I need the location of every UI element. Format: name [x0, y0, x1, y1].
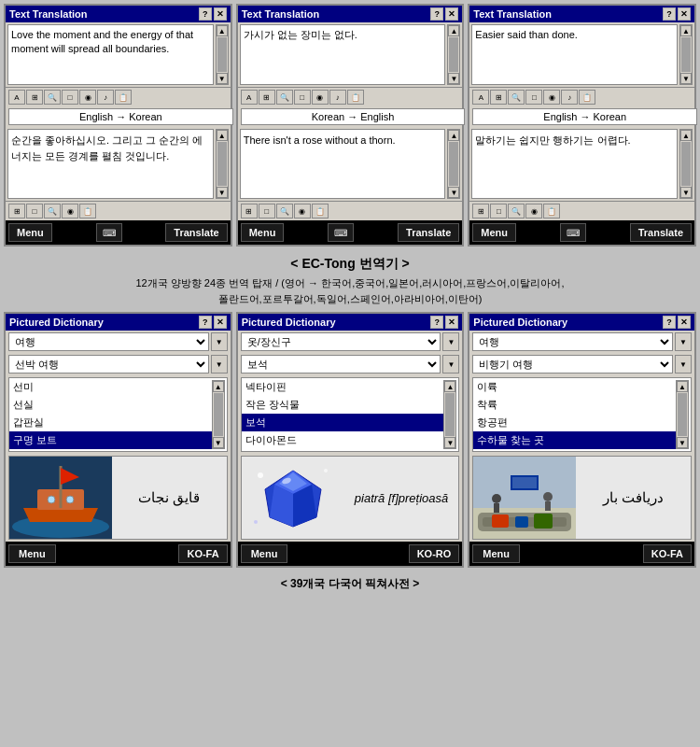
dict-scroll-down-2[interactable]: ▼: [444, 437, 455, 448]
icon-e-2[interactable]: ◉: [312, 90, 329, 105]
icon-f-1[interactable]: ♪: [97, 90, 114, 105]
bottom-icon-e-2[interactable]: 📋: [312, 204, 329, 218]
icon-d-1[interactable]: □: [62, 90, 78, 105]
icon-a-2[interactable]: A: [241, 90, 258, 105]
close-icon-2[interactable]: ✕: [445, 7, 458, 21]
menu-button-2[interactable]: Menu: [241, 223, 285, 242]
bottom-icon-b-2[interactable]: □: [259, 204, 275, 218]
dict-cat1-arrow-3[interactable]: ▼: [675, 332, 692, 351]
icon-d-3[interactable]: □: [525, 90, 542, 105]
bottom-icon-b-1[interactable]: □: [26, 204, 43, 218]
dict-cat2-arrow-3[interactable]: ▼: [675, 355, 692, 374]
icon-e-3[interactable]: ◉: [543, 90, 560, 105]
icon-a-3[interactable]: A: [472, 90, 489, 105]
bottom-icon-a-1[interactable]: ⊞: [8, 204, 25, 218]
list-item[interactable]: 갑판실: [9, 414, 212, 431]
scroll-up-3[interactable]: ▲: [680, 25, 692, 36]
icon-e-1[interactable]: ◉: [79, 90, 96, 105]
text-input-2[interactable]: 가시가 없는 장미는 없다.: [240, 24, 446, 85]
dict-scroll-down-1[interactable]: ▼: [213, 437, 224, 448]
dict-scroll-thumb-1[interactable]: [214, 393, 223, 436]
bottom-icon-c-3[interactable]: 🔍: [508, 204, 525, 218]
list-item[interactable]: 선실: [9, 396, 212, 414]
dict-menu-button-2[interactable]: Menu: [241, 544, 288, 563]
bottom-icon-a-2[interactable]: ⊞: [241, 204, 258, 218]
icon-c-2[interactable]: 🔍: [276, 90, 293, 105]
keyboard-button-2[interactable]: ⌨: [328, 223, 354, 242]
dict-category1-1[interactable]: 여행: [8, 332, 209, 351]
icon-g-2[interactable]: 📋: [347, 90, 364, 105]
dict-close-icon-2[interactable]: ✕: [445, 316, 458, 329]
bottom-icon-d-2[interactable]: ◉: [294, 204, 311, 218]
help-icon-1[interactable]: ?: [199, 7, 212, 21]
dict-scroll-up-1[interactable]: ▲: [213, 381, 224, 392]
icon-d-2[interactable]: □: [294, 90, 311, 105]
icon-c-3[interactable]: 🔍: [508, 90, 525, 105]
dict-cat2-arrow-1[interactable]: ▼: [211, 355, 228, 374]
dict-scroll-thumb-3[interactable]: [678, 393, 687, 436]
list-item[interactable]: 항공편: [473, 414, 676, 431]
scroll-thumb-out-1[interactable]: [217, 142, 227, 186]
icon-b-3[interactable]: ⊞: [490, 90, 507, 105]
close-icon-1[interactable]: ✕: [214, 7, 227, 21]
help-icon-2[interactable]: ?: [430, 7, 443, 21]
bottom-icon-d-1[interactable]: ◉: [62, 204, 78, 218]
scroll-thumb-2[interactable]: [449, 37, 458, 72]
dict-help-icon-2[interactable]: ?: [430, 316, 443, 329]
bottom-icon-d-3[interactable]: ◉: [525, 204, 542, 218]
help-icon-3[interactable]: ?: [663, 7, 676, 21]
icon-c-1[interactable]: 🔍: [44, 90, 61, 105]
translate-button-1[interactable]: Translate: [165, 223, 227, 242]
dict-cat1-arrow-1[interactable]: ▼: [211, 332, 228, 351]
icon-a-1[interactable]: A: [8, 90, 25, 105]
bottom-icon-a-3[interactable]: ⊞: [472, 204, 489, 218]
bottom-icon-c-1[interactable]: 🔍: [44, 204, 61, 218]
scroll-down-2[interactable]: ▼: [448, 73, 459, 84]
scroll-down-out-1[interactable]: ▼: [217, 187, 228, 198]
dict-cat1-arrow-2[interactable]: ▼: [442, 332, 459, 351]
list-item[interactable]: 이륙: [473, 378, 676, 396]
keyboard-button-3[interactable]: ⌨: [560, 223, 586, 242]
bottom-icon-e-1[interactable]: 📋: [79, 204, 96, 218]
scroll-down-3[interactable]: ▼: [680, 73, 692, 84]
dict-lang-button-2[interactable]: KO-RO: [409, 544, 460, 563]
text-input-1[interactable]: Love the moment and the energy of that m…: [7, 24, 214, 85]
list-item-selected[interactable]: 수하물 찾는 곳: [473, 431, 676, 449]
dict-category1-3[interactable]: 여행: [472, 332, 673, 351]
scroll-up-out-2[interactable]: ▲: [448, 130, 459, 141]
keyboard-button-1[interactable]: ⌨: [96, 223, 122, 242]
list-item[interactable]: 작은 장식물: [242, 396, 444, 414]
dict-category1-2[interactable]: 옷/장신구: [241, 332, 441, 351]
dict-help-icon-3[interactable]: ?: [663, 316, 676, 329]
dict-category2-3[interactable]: 비행기 여행: [472, 355, 673, 374]
dict-help-icon-1[interactable]: ?: [199, 316, 212, 329]
list-item[interactable]: 넥타이핀: [242, 378, 444, 396]
lang-selector-1[interactable]: English → Korean: [8, 108, 233, 125]
scroll-thumb-out-2[interactable]: [449, 142, 458, 186]
scroll-up-out-3[interactable]: ▲: [680, 130, 692, 141]
dict-cat2-arrow-2[interactable]: ▼: [442, 355, 459, 374]
scroll-up-1[interactable]: ▲: [217, 25, 228, 36]
scroll-up-out-1[interactable]: ▲: [217, 130, 228, 141]
bottom-icon-c-2[interactable]: 🔍: [276, 204, 293, 218]
dict-menu-button-3[interactable]: Menu: [472, 544, 520, 563]
scroll-down-out-3[interactable]: ▼: [680, 187, 692, 198]
list-item-selected[interactable]: 보석: [242, 414, 444, 431]
text-input-3[interactable]: Easier said than done.: [471, 24, 678, 85]
dict-category2-1[interactable]: 선박 여행: [8, 355, 209, 374]
scroll-down-1[interactable]: ▼: [217, 73, 228, 84]
dict-close-icon-1[interactable]: ✕: [214, 316, 227, 329]
scroll-up-2[interactable]: ▲: [448, 25, 459, 36]
translate-button-2[interactable]: Translate: [398, 223, 459, 242]
bottom-icon-e-3[interactable]: 📋: [543, 204, 560, 218]
lang-selector-2[interactable]: Korean → English: [241, 108, 466, 125]
menu-button-3[interactable]: Menu: [472, 223, 516, 242]
icon-g-1[interactable]: 📋: [115, 90, 132, 105]
translate-button-3[interactable]: Translate: [630, 223, 692, 242]
dict-scroll-up-2[interactable]: ▲: [444, 381, 455, 392]
scroll-thumb-out-3[interactable]: [681, 142, 691, 186]
dict-lang-button-1[interactable]: KO-FA: [178, 544, 227, 563]
close-icon-3[interactable]: ✕: [678, 7, 691, 21]
dict-scroll-down-3[interactable]: ▼: [677, 437, 688, 448]
dict-close-icon-3[interactable]: ✕: [678, 316, 691, 329]
